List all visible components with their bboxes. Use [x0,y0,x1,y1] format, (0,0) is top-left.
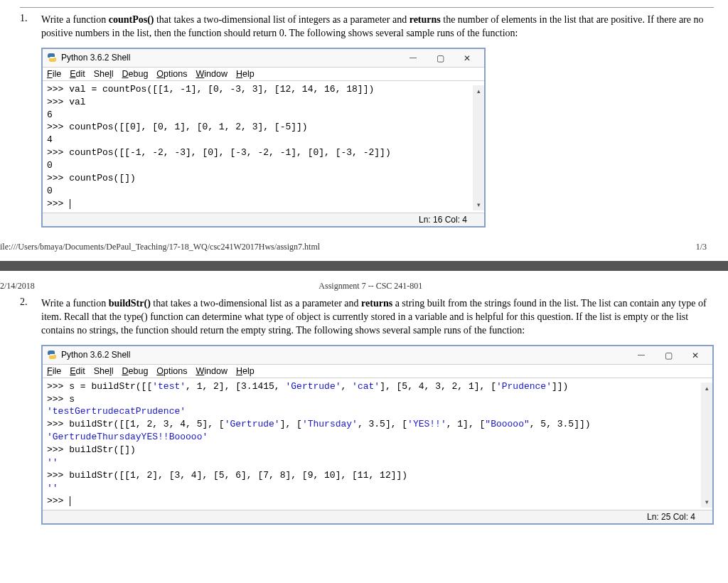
question-2: 2. Write a function buildStr() that take… [20,296,714,338]
menu-help[interactable]: Help [236,366,255,376]
menu-edit[interactable]: Edit [70,69,85,79]
scroll-up-icon[interactable]: ▴ [701,383,712,394]
minimize-icon[interactable] [400,50,426,65]
menu-window[interactable]: Window [196,366,227,376]
shell-statusbar-2: Ln: 25 Col: 4 [43,510,712,523]
q2-body: Write a function buildStr() that takes a… [20,297,714,338]
scroll-down-icon[interactable]: ▾ [701,496,712,508]
shell-body-2[interactable]: >>> s = buildStr([['test', 1, 2], [3.141… [43,378,712,510]
page2-header: 2/14/2018 Assignment 7 -- CSC 241-801 [0,274,728,296]
python-icon [47,53,57,63]
close-icon[interactable] [682,348,708,362]
shell-body-1[interactable]: >>> val = countPos([[1, -1], [0, -3, 3],… [43,81,484,213]
q1-fn: countPos() [109,14,154,25]
menu-shell[interactable]: Shell [94,69,114,79]
scroll-up-icon[interactable]: ▴ [473,85,484,97]
shell-titlebar[interactable]: Python 3.6.2 Shell [43,49,484,68]
q2-text-b: that takes a two-dimensional list as a p… [151,298,361,309]
page-footer: ile:///Users/bmaya/Documents/DePaul_Teac… [0,228,728,258]
menu-debug[interactable]: Debug [122,69,149,79]
python-shell-window-1: Python 3.6.2 Shell File Edit Shell Debug… [41,48,486,228]
top-divider [20,7,714,8]
menu-file[interactable]: File [47,366,61,376]
text-cursor [70,199,70,209]
maximize-icon[interactable] [427,50,453,65]
footer-file-path: ile:///Users/bmaya/Documents/DePaul_Teac… [0,242,696,252]
minimize-icon[interactable] [628,348,654,362]
header-assignment-title: Assignment 7 -- CSC 241-801 [35,281,707,292]
shell-titlebar-2[interactable]: Python 3.6.2 Shell [43,346,712,365]
maximize-icon[interactable] [655,348,681,362]
q2-text-a: Write a function [41,298,109,309]
menu-options[interactable]: Options [156,366,187,376]
q2-returns: returns [361,298,392,309]
scroll-down-icon[interactable]: ▾ [473,199,484,210]
python-shell-window-2: Python 3.6.2 Shell File Edit Shell Debug… [41,345,714,525]
menu-window[interactable]: Window [196,69,227,79]
q2-fn: buildStr() [109,298,151,309]
scrollbar[interactable]: ▴ ▾ [473,85,484,210]
menu-shell[interactable]: Shell [94,366,114,376]
shell1-content: >>> val = countPos([[1, -1], [0, -3, 3],… [47,84,391,209]
shell-title-2: Python 3.6.2 Shell [61,350,130,360]
q1-returns: returns [410,14,441,25]
header-date: 2/14/2018 [0,281,35,292]
shell-statusbar: Ln: 16 Col: 4 [43,213,484,226]
question-1: 1. Write a function countPos() that take… [20,12,714,41]
q1-number: 1. [20,13,28,23]
menu-options[interactable]: Options [156,69,187,79]
q2-number: 2. [20,296,28,307]
menu-debug[interactable]: Debug [122,366,149,376]
footer-page-number: 1/3 [696,242,707,252]
q1-body: Write a function countPos() that takes a… [20,14,714,41]
text-cursor [70,496,70,506]
q1-text-a: Write a function [41,14,109,25]
q1-text-b: that takes a two-dimensional list of int… [154,14,409,25]
page-divider [0,258,728,274]
menu-file[interactable]: File [47,69,61,79]
shell-title: Python 3.6.2 Shell [61,53,130,63]
menu-help[interactable]: Help [236,69,255,79]
shell-menubar: File Edit Shell Debug Options Window Hel… [43,68,484,81]
scrollbar-2[interactable]: ▴ ▾ [701,383,712,508]
menu-edit[interactable]: Edit [70,366,85,376]
python-icon [47,350,57,360]
shell-menubar-2: File Edit Shell Debug Options Window Hel… [43,365,712,378]
close-icon[interactable] [454,50,480,65]
